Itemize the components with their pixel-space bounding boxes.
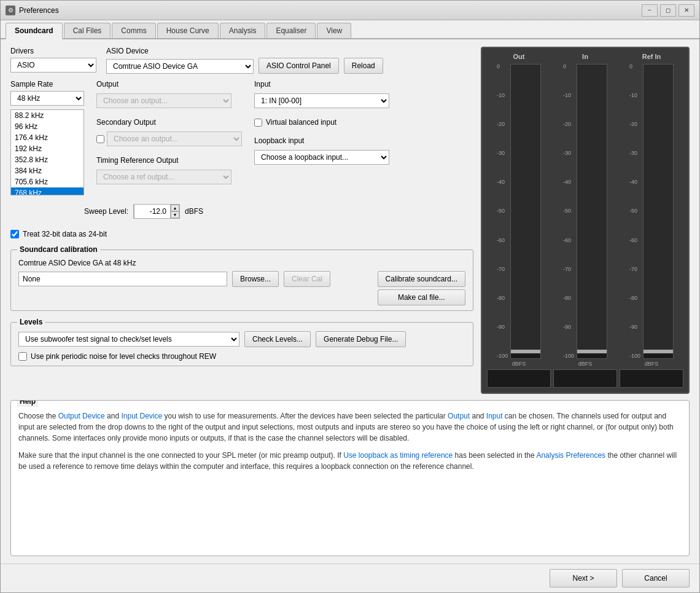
vu-in-label: In <box>582 53 588 60</box>
virtual-balanced-checkbox[interactable] <box>254 119 262 127</box>
output-label: Output <box>96 80 242 88</box>
sweep-level-up[interactable]: ▲ <box>171 205 179 211</box>
link-analysis-preferences[interactable]: Analysis Preferences <box>536 451 605 460</box>
clear-cal-button[interactable]: Clear Cal <box>284 271 330 287</box>
sweep-level-input-wrap: -12.0 ▲ ▼ <box>133 204 180 219</box>
vu-in-scale-0: 0 <box>563 64 574 69</box>
asio-device-row: Comtrue ASIO Device GA ASIO Control Pane… <box>106 58 383 74</box>
close-button[interactable]: ✕ <box>679 4 694 17</box>
drivers-select[interactable]: ASIO WDM WASAPI <box>10 58 96 73</box>
sr-item-96[interactable]: 96 kHz <box>11 121 84 132</box>
levels-row: Use subwoofer test signal to check/set l… <box>18 331 465 347</box>
vu-in-scale-90: -90 <box>563 324 574 330</box>
vu-in-scale-40: -40 <box>563 179 574 185</box>
sr-item-192[interactable]: 192 kHz <box>11 143 84 154</box>
vu-in-scale-30: -30 <box>563 151 574 156</box>
link-output-device[interactable]: Output Device <box>58 412 105 420</box>
sweep-level-input[interactable]: -12.0 <box>134 204 171 219</box>
timing-ref-select[interactable]: Choose a ref output... <box>96 170 231 184</box>
vu-refin-scale-90: -90 <box>629 324 640 330</box>
vu-in-scale-20: -20 <box>563 122 574 127</box>
cancel-button[interactable]: Cancel <box>622 569 690 587</box>
cal-file-input[interactable] <box>18 272 227 286</box>
vu-refin-scale-80: -80 <box>629 296 640 301</box>
window-controls: − ◻ ✕ <box>642 4 694 17</box>
tab-house-curve[interactable]: House Curve <box>157 23 219 38</box>
secondary-output-select[interactable]: Choose an output... <box>107 132 242 146</box>
generate-debug-button[interactable]: Generate Debug File... <box>316 331 406 347</box>
vu-refin-scale-30: -30 <box>629 151 640 156</box>
soundcard-cal-title: Soundcard calibration <box>17 245 100 254</box>
asio-device-group: ASIO Device Comtrue ASIO Device GA ASIO … <box>106 47 383 74</box>
secondary-output-checkbox[interactable] <box>96 135 104 143</box>
sr-item-3528[interactable]: 352.8 kHz <box>11 154 84 165</box>
vu-out-scale-10: -10 <box>497 93 508 98</box>
link-input-device[interactable]: Input Device <box>121 412 162 420</box>
sr-item-882[interactable]: 88.2 kHz <box>11 110 84 121</box>
tab-equaliser[interactable]: Equaliser <box>266 23 316 38</box>
asio-device-select[interactable]: Comtrue ASIO Device GA <box>106 59 254 74</box>
levels-section: Levels Use subwoofer test signal to chec… <box>10 322 473 366</box>
vu-out-scale-90: -90 <box>497 324 508 330</box>
link-loopback-timing[interactable]: Use loopback as timing reference <box>343 451 453 460</box>
levels-option-select[interactable]: Use subwoofer test signal to check/set l… <box>18 332 239 347</box>
secondary-output-label: Secondary Output <box>96 118 156 127</box>
vu-in-scale-60: -60 <box>563 238 574 243</box>
soundcard-calibration-section: Soundcard calibration Comtrue ASIO Devic… <box>10 249 473 311</box>
sr-item-1764[interactable]: 176.4 kHz <box>11 132 84 143</box>
vu-refin-dbfs: dBFS <box>645 361 659 367</box>
vu-in-dbfs: dBFS <box>578 361 593 367</box>
tab-analysis[interactable]: Analysis <box>220 23 266 38</box>
help-box: Help Choose the Output Device and Input … <box>10 400 690 556</box>
virtual-balanced-label: Virtual balanced input <box>266 118 336 127</box>
treat-32bit-checkbox[interactable] <box>10 230 19 238</box>
main-section: Drivers ASIO WDM WASAPI ASIO Device Comt… <box>10 47 690 394</box>
vu-in-channel: In 0 -10 -20 -30 -40 -50 -60 -70 -80 <box>553 53 617 388</box>
asio-control-panel-button[interactable]: ASIO Control Panel <box>259 58 339 74</box>
minimize-button[interactable]: − <box>642 4 658 17</box>
next-button[interactable]: Next > <box>550 569 617 587</box>
tab-view[interactable]: View <box>317 23 351 38</box>
browse-button[interactable]: Browse... <box>232 271 279 287</box>
loopback-select[interactable]: Choose a loopback input... <box>254 150 389 165</box>
vu-in-bottom <box>553 369 617 388</box>
tab-cal-files[interactable]: Cal Files <box>64 23 111 38</box>
sweep-level-spinners: ▲ ▼ <box>171 205 179 218</box>
vu-refin-scale-60: -60 <box>629 238 640 243</box>
vu-in-scale-50: -50 <box>563 208 574 214</box>
cal-info: Comtrue ASIO Device GA at 48 kHz <box>18 259 330 267</box>
sr-item-384[interactable]: 384 kHz <box>11 165 84 176</box>
sr-item-7056[interactable]: 705.6 kHz <box>11 176 84 187</box>
vu-in-scale-10: -10 <box>563 93 574 98</box>
calibrate-soundcard-button[interactable]: Calibrate soundcard... <box>378 271 465 287</box>
sr-item-768[interactable]: 768 kHz <box>11 187 84 195</box>
vu-out-scale-30: -30 <box>497 151 508 156</box>
sample-rate-list[interactable]: 88.2 kHz 96 kHz 176.4 kHz 192 kHz 352.8 … <box>10 109 84 195</box>
vu-out-scale-20: -20 <box>497 122 508 127</box>
input-select[interactable]: 1: IN [00-00] <box>254 93 389 108</box>
sample-rate-select-top[interactable]: 48 kHz <box>10 91 84 106</box>
asio-device-label: ASIO Device <box>106 47 383 55</box>
vu-out-dbfs: dBFS <box>512 361 526 367</box>
pink-noise-checkbox[interactable] <box>18 352 27 361</box>
sweep-level-down[interactable]: ▼ <box>171 211 179 218</box>
output-select[interactable]: Choose an output... <box>96 93 231 108</box>
sample-rate-group: Sample Rate 48 kHz 88.2 kHz 96 kHz 176.4… <box>10 80 84 195</box>
check-levels-button[interactable]: Check Levels... <box>244 331 311 347</box>
tab-soundcard[interactable]: Soundcard <box>6 23 63 39</box>
link-output[interactable]: Output <box>448 412 470 420</box>
vu-out-scale-70: -70 <box>497 267 508 272</box>
footer: Next > Cancel <box>1 564 699 592</box>
restore-button[interactable]: ◻ <box>660 4 676 17</box>
sample-rate-label: Sample Rate <box>10 80 84 88</box>
make-cal-file-button[interactable]: Make cal file... <box>378 289 465 305</box>
vu-refin-scale-0: 0 <box>629 64 640 69</box>
link-input[interactable]: Input <box>486 412 503 420</box>
preferences-window: ⚙ Preferences − ◻ ✕ Soundcard Cal Files … <box>0 0 700 593</box>
vu-refin-scale-100: -100 <box>629 353 640 359</box>
sweep-level-row: Sweep Level: -12.0 ▲ ▼ dBFS <box>84 204 473 219</box>
tab-comms[interactable]: Comms <box>112 23 155 38</box>
pink-noise-row: Use pink periodic noise for level checks… <box>18 352 465 361</box>
reload-button[interactable]: Reload <box>344 58 383 74</box>
help-section: Help Choose the Output Device and Input … <box>10 400 690 556</box>
